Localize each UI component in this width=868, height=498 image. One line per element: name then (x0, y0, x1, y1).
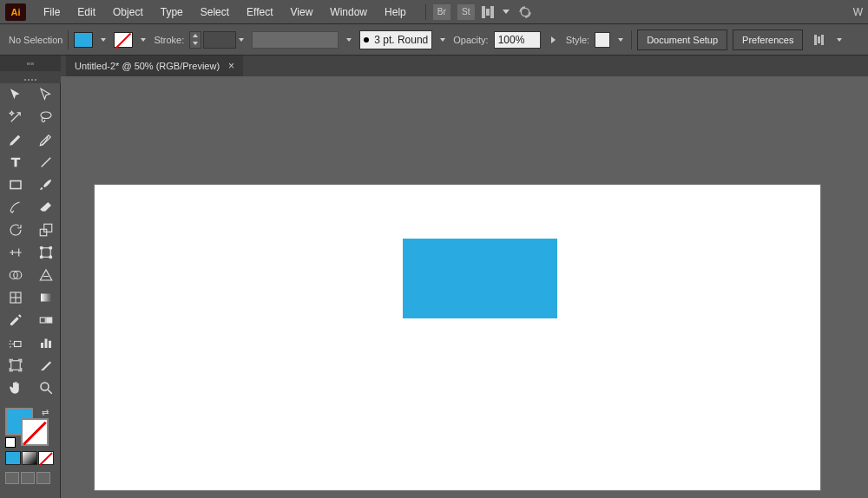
color-mode-solid[interactable] (5, 451, 21, 465)
menu-view[interactable]: View (282, 0, 322, 24)
stroke-weight-field[interactable] (189, 31, 247, 49)
menu-effect[interactable]: Effect (238, 0, 281, 24)
opacity-field[interactable]: 100% (494, 31, 541, 49)
direct-selection-tool[interactable] (30, 83, 61, 106)
hand-tool[interactable] (0, 377, 30, 399)
svg-point-0 (521, 8, 529, 16)
artboard-tool[interactable] (0, 354, 30, 377)
menu-select[interactable]: Select (192, 0, 238, 24)
rectangle-shape[interactable] (403, 239, 557, 318)
canvas-area[interactable] (61, 76, 868, 498)
eraser-tool[interactable] (30, 196, 61, 219)
chevron-down-icon[interactable] (503, 10, 510, 14)
menu-edit[interactable]: Edit (69, 0, 104, 24)
curvature-tool[interactable] (30, 128, 61, 151)
svg-line-2 (41, 158, 50, 167)
stroke-swatch[interactable] (114, 32, 133, 48)
swap-fill-stroke-icon[interactable]: ⇄ (42, 408, 49, 417)
sync-settings-icon[interactable] (516, 5, 534, 19)
stroke-color-box[interactable] (21, 418, 49, 446)
stroke-weight-dropdown[interactable] (236, 32, 247, 48)
draw-behind[interactable] (21, 472, 35, 484)
line-segment-tool[interactable] (30, 151, 61, 174)
svg-rect-22 (49, 341, 51, 348)
svg-rect-21 (44, 339, 47, 349)
menu-type[interactable]: Type (152, 0, 192, 24)
rotate-tool[interactable] (0, 219, 30, 241)
align-panel-icon[interactable] (808, 30, 829, 49)
default-fill-stroke-icon[interactable] (5, 437, 16, 448)
paintbrush-tool[interactable] (30, 174, 61, 196)
lasso-tool[interactable] (30, 106, 61, 128)
app-logo: Ai (5, 3, 26, 21)
eyedropper-tool[interactable] (0, 309, 30, 331)
shape-builder-tool[interactable] (0, 264, 30, 286)
fill-stroke-indicator[interactable]: ⇄ (5, 408, 49, 446)
opacity-dropdown[interactable] (551, 36, 556, 43)
document-tabstrip: «« Untitled-2* @ 50% (RGB/Preview) × (0, 56, 868, 76)
width-tool[interactable] (0, 241, 30, 264)
profile-dropdown[interactable] (344, 32, 354, 48)
menu-window[interactable]: Window (321, 0, 376, 24)
gradient-tool[interactable] (30, 286, 61, 309)
svg-point-8 (49, 246, 51, 249)
document-setup-button[interactable]: Document Setup (637, 29, 727, 50)
stock-icon[interactable]: St (457, 4, 475, 20)
stroke-dropdown[interactable] (138, 32, 148, 48)
artboard[interactable] (94, 184, 821, 491)
magic-wand-tool[interactable] (0, 106, 30, 128)
color-mode-gradient[interactable] (22, 451, 37, 465)
close-icon[interactable]: × (228, 60, 234, 72)
bridge-icon[interactable]: Br (433, 4, 450, 20)
type-tool[interactable] (0, 151, 30, 174)
color-mode-none[interactable] (38, 451, 54, 465)
style-dropdown[interactable] (615, 32, 626, 48)
draw-normal[interactable] (5, 472, 19, 484)
menu-object[interactable]: Object (104, 0, 152, 24)
stroke-weight-up[interactable] (190, 32, 201, 40)
symbol-sprayer-tool[interactable] (0, 331, 30, 354)
svg-rect-6 (41, 248, 50, 258)
svg-point-10 (49, 256, 51, 259)
style-label: Style: (566, 35, 590, 45)
align-dropdown[interactable] (834, 32, 845, 48)
brush-definition[interactable]: 3 pt. Round (359, 30, 432, 49)
brush-dropdown[interactable] (437, 32, 448, 48)
menu-file[interactable]: File (35, 0, 69, 24)
mesh-tool[interactable] (0, 286, 30, 309)
draw-inside[interactable] (36, 472, 50, 484)
svg-rect-23 (10, 361, 20, 370)
toolbox: ⇄ (0, 76, 61, 498)
pen-tool[interactable] (0, 128, 30, 151)
stroke-weight-value[interactable] (203, 31, 236, 49)
zoom-tool[interactable] (30, 377, 61, 399)
svg-rect-17 (40, 318, 45, 323)
slice-tool[interactable] (30, 354, 61, 377)
svg-rect-19 (14, 342, 21, 347)
blend-tool[interactable] (30, 309, 61, 331)
fill-swatch[interactable] (74, 32, 93, 48)
fill-dropdown[interactable] (98, 32, 108, 48)
svg-rect-4 (40, 229, 47, 236)
stroke-weight-down[interactable] (190, 40, 201, 48)
column-graph-tool[interactable] (30, 331, 61, 354)
document-tab[interactable]: Untitled-2* @ 50% (RGB/Preview) × (66, 56, 243, 76)
perspective-grid-tool[interactable] (30, 264, 61, 286)
toolbox-grip[interactable] (0, 76, 61, 83)
shaper-tool[interactable] (0, 196, 30, 219)
graphic-style-swatch[interactable] (595, 32, 610, 48)
svg-point-24 (41, 383, 49, 390)
brush-name: 3 pt. Round (374, 34, 428, 46)
menu-help[interactable]: Help (376, 0, 415, 24)
variable-width-profile[interactable] (252, 31, 339, 49)
workspace-indicator[interactable]: W (853, 6, 863, 18)
toolbox-collapse-handle[interactable]: «« (0, 56, 61, 71)
selection-tool[interactable] (0, 83, 30, 106)
control-bar: No Selection Stroke: 3 pt. Round Opacity… (0, 24, 868, 56)
scale-tool[interactable] (30, 219, 61, 241)
preferences-button[interactable]: Preferences (733, 29, 803, 50)
rectangle-tool[interactable] (0, 174, 30, 196)
arrange-documents-icon[interactable] (482, 6, 494, 18)
free-transform-tool[interactable] (30, 241, 61, 264)
svg-rect-5 (43, 224, 51, 232)
